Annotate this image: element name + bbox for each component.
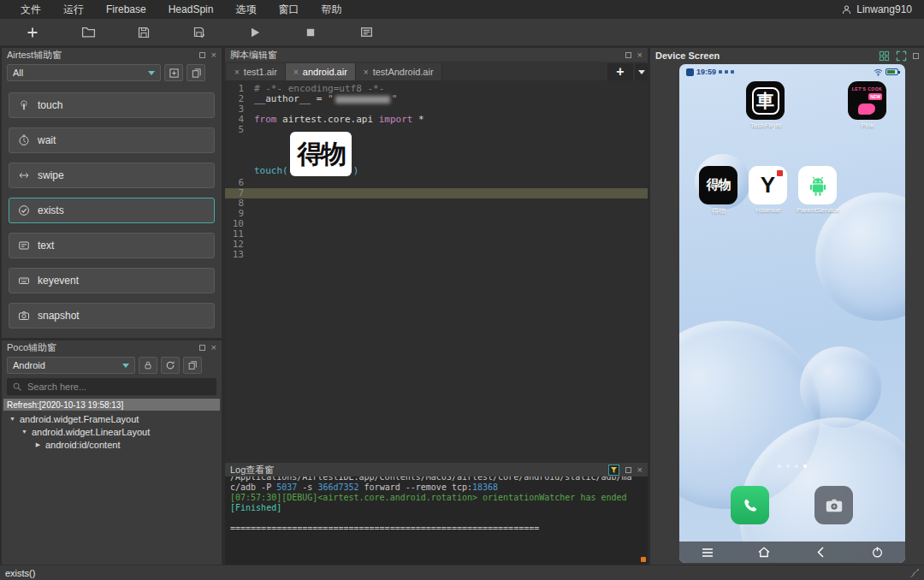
- new-tab-button[interactable]: +: [607, 63, 633, 80]
- menu-headspin[interactable]: HeadSpin: [157, 0, 225, 19]
- close-tab-icon[interactable]: ×: [293, 68, 299, 77]
- menu-firebase[interactable]: Firebase: [95, 0, 157, 19]
- log-output[interactable]: /Applications/AirtestIDE.app/Contents/Ma…: [225, 476, 648, 565]
- close-panel-icon[interactable]: ×: [637, 50, 643, 60]
- pink-text: LET'S COOK: [848, 86, 886, 92]
- action-label: keyevent: [38, 275, 79, 287]
- action-snapshot-button[interactable]: snapshot: [9, 303, 215, 328]
- airtest-helper-panel: Airtest辅助窗 × All touch wait: [2, 48, 222, 338]
- run-script-button[interactable]: [245, 22, 265, 43]
- menu-options[interactable]: 选项: [224, 0, 267, 19]
- action-touch-button[interactable]: touch: [9, 92, 215, 118]
- touch-target-image[interactable]: 得物: [290, 132, 352, 176]
- action-exists-button[interactable]: exists: [9, 198, 215, 223]
- save-as-script-button[interactable]: [189, 22, 210, 43]
- code-line-touch: 5 touch( 得物 ): [225, 125, 648, 178]
- expand-arrow-icon[interactable]: ▼: [9, 416, 16, 422]
- new-script-button[interactable]: [22, 22, 43, 43]
- camera-app-icon[interactable]: [814, 486, 853, 524]
- exists-icon: [18, 204, 30, 216]
- power-icon[interactable]: [866, 545, 888, 560]
- wait-icon: [18, 134, 30, 146]
- menu-help[interactable]: 帮助: [310, 0, 352, 19]
- insert-code-button[interactable]: [164, 64, 183, 81]
- pink-new-badge: NEW: [868, 93, 882, 100]
- device-fullscreen-button[interactable]: [896, 50, 907, 62]
- poco-refresh-row[interactable]: Refresh:[2020-10-13 19:58:13]: [3, 399, 220, 411]
- open-script-button[interactable]: [78, 22, 98, 43]
- close-tab-icon[interactable]: ×: [364, 68, 369, 77]
- tab-android-air[interactable]: × android.air: [286, 63, 356, 80]
- main-toolbar: [0, 19, 924, 46]
- search-icon: [12, 382, 22, 392]
- tab-list-button[interactable]: [635, 63, 648, 80]
- resize-grip[interactable]: [910, 569, 919, 577]
- action-wait-button[interactable]: wait: [9, 127, 215, 153]
- float-panel-icon[interactable]: [199, 52, 205, 58]
- app-pink[interactable]: LET'S COOK NEW: [848, 81, 886, 120]
- action-keyevent-button[interactable]: keyevent: [9, 268, 215, 293]
- float-panel-icon[interactable]: [913, 53, 919, 59]
- poco-mode-select[interactable]: Android: [7, 357, 135, 374]
- poco-lock-button[interactable]: [139, 357, 157, 374]
- collapse-arrow-icon[interactable]: ▶: [34, 441, 42, 448]
- action-swipe-button[interactable]: swipe: [9, 163, 215, 188]
- menu-window[interactable]: 窗口: [267, 0, 310, 19]
- float-panel-icon[interactable]: [625, 467, 631, 473]
- code-editor[interactable]: 1 # -*- encoding=utf8 -*- 2 __author__ =…: [225, 80, 648, 463]
- device-mirror-screen[interactable]: 19:59 車 TechFlight LET'S COOK NEW Pink: [679, 64, 905, 563]
- log-viewer-panel: Log查看窗 × /Applications/AirtestIDE.app/Co…: [225, 463, 648, 565]
- poco-tree-node-content[interactable]: ▶ android:id/content: [2, 438, 222, 451]
- poco-copy-button[interactable]: [183, 357, 202, 374]
- home-icon[interactable]: [753, 545, 775, 560]
- log-filter-button[interactable]: [608, 465, 619, 476]
- rosenue-red-mark: [777, 170, 783, 176]
- copy-code-button[interactable]: [187, 64, 205, 81]
- airtest-filter-select[interactable]: All: [7, 64, 161, 81]
- device-screen-panel: Device Screen 19:59: [650, 48, 924, 565]
- action-label: text: [38, 240, 54, 252]
- poco-refresh-button[interactable]: [161, 357, 180, 374]
- menu-file[interactable]: 文件: [0, 0, 52, 19]
- expand-arrow-icon[interactable]: ▼: [21, 429, 28, 435]
- page-dot: [778, 465, 781, 468]
- code-function: ): [353, 166, 359, 176]
- device-grid-button[interactable]: [879, 50, 890, 62]
- close-panel-icon[interactable]: ×: [211, 50, 216, 60]
- recents-icon[interactable]: [696, 545, 719, 560]
- editor-panel-header: 脚本编辑窗 ×: [225, 48, 648, 62]
- menu-bar: 文件 运行 Firebase HeadSpin 选项 窗口 帮助 Linwang…: [0, 0, 924, 19]
- device-log-button[interactable]: [356, 22, 376, 43]
- stop-icon: [304, 26, 317, 39]
- app-dewu[interactable]: 得物: [699, 166, 737, 204]
- techflight-glyph: 車: [752, 87, 779, 115]
- poco-tree-node-framelayout[interactable]: ▼ android.widget.FrameLayout: [2, 412, 222, 425]
- float-panel-icon[interactable]: [199, 345, 205, 351]
- close-tab-icon[interactable]: ×: [234, 68, 240, 77]
- poco-tree-node-linearlayout[interactable]: ▼ android.widget.LinearLayout: [2, 425, 222, 438]
- tab-test1-air[interactable]: × test1.air: [227, 63, 286, 80]
- tab-label: testAndroid.air: [373, 67, 434, 77]
- float-panel-icon[interactable]: [625, 52, 631, 58]
- log-scrollbar-thumb[interactable]: [641, 557, 646, 562]
- poco-search-input[interactable]: [27, 382, 211, 392]
- app-rosenue[interactable]: Y: [749, 166, 787, 204]
- tab-testandroid-air[interactable]: × testAndroid.air: [356, 63, 442, 80]
- app-parentservice[interactable]: [798, 166, 837, 204]
- back-icon[interactable]: [809, 545, 832, 560]
- app-techflight[interactable]: 車: [746, 81, 785, 120]
- filter-icon: [610, 466, 618, 474]
- close-panel-icon[interactable]: ×: [211, 343, 216, 352]
- action-label: touch: [38, 99, 62, 111]
- phone-status-bar: 19:59: [679, 64, 905, 78]
- swipe-icon: [18, 169, 30, 181]
- menu-run[interactable]: 运行: [52, 0, 95, 19]
- airtest-controls: All: [2, 62, 222, 83]
- save-script-button[interactable]: [133, 22, 154, 43]
- phone-app-icon[interactable]: [731, 486, 769, 524]
- close-panel-icon[interactable]: ×: [637, 465, 643, 475]
- stop-script-button[interactable]: [300, 22, 321, 43]
- text-icon: [18, 240, 30, 252]
- action-text-button[interactable]: text: [9, 233, 215, 258]
- account-button[interactable]: Linwang910: [841, 3, 924, 15]
